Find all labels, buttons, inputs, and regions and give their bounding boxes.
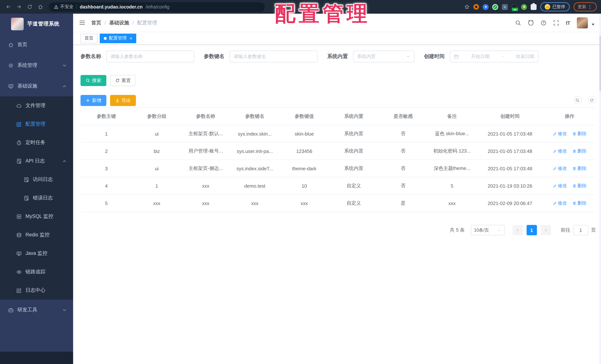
search-icon[interactable] xyxy=(515,20,521,26)
divider xyxy=(76,4,77,10)
app-logo-row[interactable]: 芋道管理系统 xyxy=(0,14,73,34)
edit-link[interactable]: 修改 xyxy=(553,183,567,189)
param-key-input[interactable] xyxy=(230,51,318,62)
font-size-icon[interactable]: tT xyxy=(566,20,570,26)
sidebar-item-logcenter[interactable]: 日志中心 xyxy=(0,281,73,300)
leaf-extension-icon[interactable] xyxy=(521,4,527,10)
profile-paused-badge[interactable]: ☺ 已暂停 xyxy=(540,2,570,11)
url-path: /infra/config xyxy=(146,4,169,10)
sidebar-item-label: 系统管理 xyxy=(17,62,37,69)
delete-link[interactable]: 删除 xyxy=(572,183,587,189)
edit-link[interactable]: 修改 xyxy=(553,200,567,206)
goto-label: 前往 xyxy=(561,227,570,233)
sidebar-item-java[interactable]: Java 监控 xyxy=(0,244,73,263)
reload-icon[interactable] xyxy=(26,3,33,10)
sidebar-item-home[interactable]: 首页 xyxy=(0,34,73,55)
home-icon[interactable] xyxy=(37,3,44,10)
github-icon[interactable] xyxy=(528,20,534,26)
breadcrumb-item[interactable]: 首页 xyxy=(91,19,101,26)
browser-actions: ✓on ☺ 已暂停 更新 xyxy=(464,2,597,11)
page-scrollbar[interactable] xyxy=(599,14,601,364)
sidebar-item-label: 日志中心 xyxy=(25,287,45,294)
param-name-input-field[interactable] xyxy=(110,54,190,59)
pin-extension-icon[interactable] xyxy=(483,4,489,10)
logcenter-icon xyxy=(16,288,22,293)
edit-link[interactable]: 修改 xyxy=(553,131,567,137)
breadcrumb-item[interactable]: 基础设施 xyxy=(109,19,129,26)
edit-link[interactable]: 修改 xyxy=(553,165,567,172)
check-extension-icon[interactable]: ✓ xyxy=(492,4,498,10)
table-row: 41xxxdemo.test10自定义否52021-01-19 03:10:26… xyxy=(80,177,596,194)
paused-label: 已暂停 xyxy=(552,4,565,10)
scrollbar-thumb[interactable] xyxy=(599,36,601,91)
delete-link[interactable]: 删除 xyxy=(572,131,587,137)
sidebar-item-doc[interactable]: 错误日志 xyxy=(0,189,73,207)
fullscreen-icon[interactable] xyxy=(553,20,559,26)
tab-item[interactable]: 首页 xyxy=(80,33,98,43)
refresh-icon[interactable] xyxy=(588,96,596,104)
sidebar-item-mysql[interactable]: MMySQL 监控 xyxy=(0,207,73,226)
toggle-search-icon[interactable] xyxy=(573,96,581,104)
current-page-button[interactable]: 1 xyxy=(526,225,537,235)
bookmark-star-icon[interactable] xyxy=(464,4,470,10)
sidebar-item-infra[interactable]: 基础设施 xyxy=(0,76,73,96)
column-header: 参数键值 xyxy=(280,107,329,125)
export-button[interactable]: 导出 xyxy=(110,95,136,106)
sidebar-item-label: MySQL 监控 xyxy=(25,213,53,220)
sidebar-item-gear[interactable]: 系统管理 xyxy=(0,55,73,76)
not-secure-warning[interactable]: 不安全 xyxy=(54,4,73,10)
calendar-icon xyxy=(454,54,459,59)
browser-update-button[interactable]: 更新 xyxy=(573,2,597,11)
table-cell: 深色主题theme... xyxy=(428,160,476,177)
table-cell: 自定义 xyxy=(329,194,379,212)
reset-button[interactable]: 重置 xyxy=(110,75,136,86)
sidebar-item-doc[interactable]: 访问日志 xyxy=(0,170,73,189)
user-avatar[interactable] xyxy=(577,17,588,28)
sidebar-item-cloud[interactable]: 文件管理 xyxy=(0,96,73,115)
user-menu-caret-icon[interactable] xyxy=(591,24,594,25)
sidebar-item-eye[interactable]: 链路追踪 xyxy=(0,263,73,281)
edit-link[interactable]: 修改 xyxy=(553,148,567,154)
search-button[interactable]: 搜索 xyxy=(80,75,106,86)
infra-icon xyxy=(8,83,14,89)
orange-ring-extension-icon[interactable] xyxy=(473,4,479,10)
delete-link[interactable]: 删除 xyxy=(572,200,587,206)
sidebar-item-timer[interactable]: 定时任务 xyxy=(0,133,73,152)
next-page-icon[interactable] xyxy=(541,225,551,235)
config-table: 参数主键参数分组参数名称参数键名参数键值系统内置是否敏感备注创建时间操作 1ui… xyxy=(80,107,596,212)
close-icon[interactable]: × xyxy=(130,36,132,41)
browser-menu-dots-icon[interactable] xyxy=(587,4,592,9)
date-range-picker[interactable]: 开始日期 - 结束日期 xyxy=(450,51,538,62)
table-cell: xxx xyxy=(132,194,181,212)
goto-page-input[interactable] xyxy=(573,225,588,235)
translate-extension-icon[interactable] xyxy=(502,4,508,10)
log-icon xyxy=(16,158,22,164)
sidebar-item-log[interactable]: API 日志 xyxy=(0,152,73,170)
add-button[interactable]: 新增 xyxy=(80,95,106,106)
column-header: 创建时间 xyxy=(476,107,544,125)
page-size-select[interactable]: 10条/页 xyxy=(471,225,505,235)
collapse-menu-icon[interactable] xyxy=(79,20,85,26)
action-label: 删除 xyxy=(577,183,587,189)
sidebar-item-tools[interactable]: 研发工具 xyxy=(0,300,73,320)
doc-icon xyxy=(24,195,29,201)
action-label: 删除 xyxy=(577,131,587,137)
proxy-on-extension-icon[interactable]: on xyxy=(511,4,517,10)
puzzle-extensions-icon[interactable] xyxy=(531,4,537,10)
sidebar-item-edit[interactable]: 配置管理 xyxy=(0,115,73,133)
delete-link[interactable]: 删除 xyxy=(572,148,587,154)
forward-icon[interactable] xyxy=(15,3,22,10)
mysql-icon: M xyxy=(16,214,22,219)
table-cell: skin-blue xyxy=(280,125,329,142)
address-bar[interactable]: 不安全 dashboard.yudao.iocoder.cn/infra/con… xyxy=(49,2,265,12)
param-name-input[interactable] xyxy=(106,51,194,62)
tab-active[interactable]: 配置管理× xyxy=(100,33,136,43)
help-icon[interactable]: ? xyxy=(541,20,547,26)
builtin-select[interactable]: 系统内置 xyxy=(353,51,414,62)
prev-page-icon[interactable] xyxy=(512,225,523,235)
header-actions: ? tT xyxy=(515,17,594,28)
delete-link[interactable]: 删除 xyxy=(572,165,587,172)
back-icon[interactable] xyxy=(4,3,12,10)
sidebar-item-redis[interactable]: Redis 监控 xyxy=(0,226,73,244)
param-key-input-field[interactable] xyxy=(234,54,313,59)
